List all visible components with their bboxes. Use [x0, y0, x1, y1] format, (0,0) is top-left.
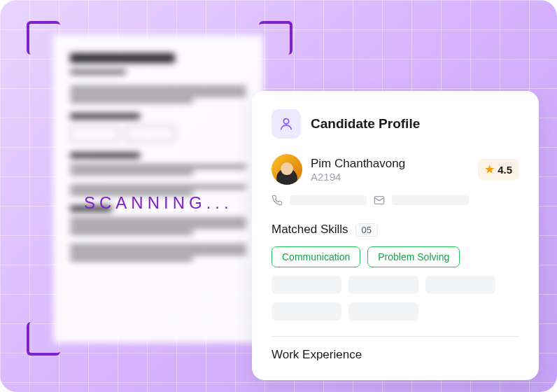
- skill-placeholder: [348, 302, 418, 321]
- user-icon: [278, 116, 294, 132]
- skills-row-matched: Communication Problem Solving: [272, 246, 519, 267]
- skills-row-skeleton: [272, 276, 519, 294]
- skill-chip[interactable]: Communication: [272, 246, 360, 267]
- card-title: Candidate Profile: [311, 116, 420, 132]
- resume-document-blurred: [53, 35, 263, 343]
- work-experience-title: Work Experience: [272, 348, 519, 362]
- contact-row: [272, 195, 519, 206]
- svg-point-0: [283, 119, 288, 124]
- canvas: SCANNING... Candidate Profile Pim Chanth…: [0, 0, 557, 392]
- candidate-profile-card: Candidate Profile Pim Chanthavong A2194 …: [252, 91, 539, 380]
- rating-value: 4.5: [498, 164, 512, 176]
- skill-placeholder: [272, 302, 341, 321]
- skill-placeholder: [348, 276, 418, 294]
- email-placeholder: [392, 195, 469, 205]
- card-header: Candidate Profile: [272, 109, 519, 139]
- rating-badge: ★ 4.5: [478, 159, 519, 180]
- scanning-label: SCANNING...: [84, 193, 233, 213]
- skills-title: Matched Skills: [272, 223, 348, 237]
- candidate-row: Pim Chanthavong A2194 ★ 4.5: [272, 154, 519, 185]
- skills-count: 05: [355, 223, 378, 237]
- avatar[interactable]: [272, 154, 302, 185]
- candidate-info: Pim Chanthavong A2194: [311, 157, 470, 183]
- phone-icon: [272, 195, 283, 206]
- candidate-name: Pim Chanthavong: [311, 157, 470, 171]
- candidate-id: A2194: [311, 171, 470, 183]
- skill-chip[interactable]: Problem Solving: [367, 246, 460, 267]
- skills-header: Matched Skills 05: [272, 223, 519, 237]
- profile-icon-box: [272, 109, 301, 139]
- star-icon: ★: [485, 163, 494, 176]
- email-icon: [374, 195, 385, 206]
- skill-placeholder: [272, 276, 341, 294]
- divider: [272, 336, 519, 337]
- phone-placeholder: [290, 195, 367, 205]
- skill-placeholder: [425, 276, 495, 294]
- skills-row-skeleton: [272, 302, 519, 321]
